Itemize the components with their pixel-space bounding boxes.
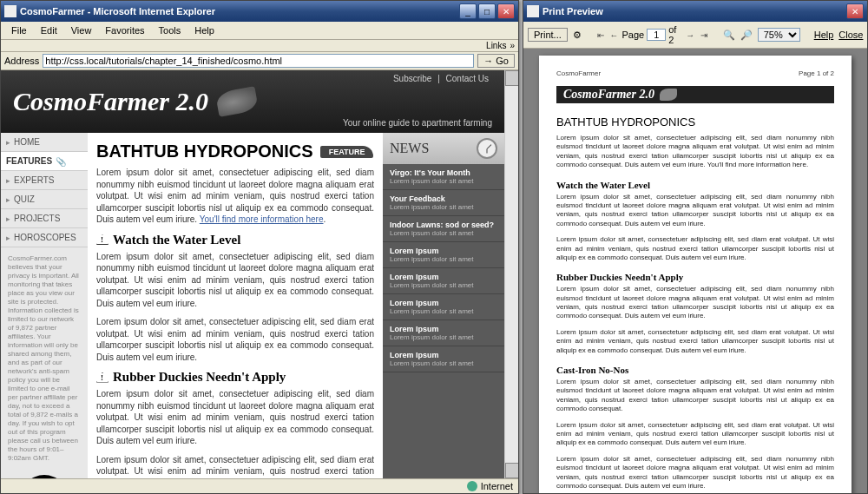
news-item[interactable]: Lorem IpsumLorem ipsum dolor sit amet [383,294,504,320]
article: BATHTUB HYDROPONICS FEATURE Lorem ipsum … [88,133,383,478]
menu-file[interactable]: File [4,23,34,37]
print-heading: Cast-Iron No-Nos [556,365,834,375]
print-para: Lorem ipsum dolor sit amet, consectetuer… [556,378,834,414]
preview-title: Print Preview [542,6,846,16]
address-label: Address [4,56,39,66]
links-bar: Links» [1,40,518,52]
settings-icon[interactable]: ⚙ [573,30,582,41]
window-title: CosmoFarmer - Microsoft Internet Explore… [20,6,459,16]
article-title: BATHTUB HYDROPONICS [96,142,313,161]
status-zone: Internet [481,481,513,491]
news-item[interactable]: Lorem IpsumLorem ipsum dolor sit amet [383,268,504,294]
globe-icon [467,481,477,491]
page-header-left: CosmoFarmer [556,69,601,77]
preview-toolbar: Print... ⚙ ⇤ ← Page of 2 → ⇥ 🔍 🔎 75% Hel… [523,22,867,49]
last-page-button[interactable]: ⇥ [698,29,708,41]
preview-icon [527,5,539,17]
preview-titlebar[interactable]: Print Preview ✕ [523,1,867,22]
paperclip-icon: 📎 [56,157,64,166]
leaf-icon [215,86,259,117]
page-of: of 2 [668,24,682,45]
print-title: BATHTUB HYDROPONICS [556,115,834,128]
menu-view[interactable]: View [64,23,99,37]
nav-horoscopes[interactable]: ▸HOROSCOPES [1,228,88,247]
print-para: Lorem ipsum dolor sit amet, consectetuer… [556,193,834,229]
preview-canvas: CosmoFarmer Page 1 of 2 CosmoFarmer 2.0 … [523,49,867,493]
privacy-text: CosmoFarmer.com believes that your priva… [1,247,88,470]
print-logo: CosmoFarmer 2.0 [556,86,834,103]
leaf-icon [660,89,677,101]
site-tagline: Your online guide to apartment farming [1,116,504,133]
minimize-button[interactable]: _ [459,3,477,19]
news-item[interactable]: Lorem IpsumLorem ipsum dolor sit amet [383,346,504,372]
news-item[interactable]: Indoor Lawns: sod or seed?Lorem ipsum do… [383,216,504,242]
menu-favorites[interactable]: Favorites [98,23,151,37]
status-left [6,481,467,491]
print-heading: Watch the Water Level [556,180,834,190]
link-contact[interactable]: Contact Us [443,74,492,83]
preview-page: CosmoFarmer Page 1 of 2 CosmoFarmer 2.0 … [539,56,852,493]
news-header: NEWS [383,133,504,164]
print-button[interactable]: Print... [528,28,568,42]
section-para: Lorem ipsum dolor sit amet, consectetuer… [96,316,374,363]
prev-page-button[interactable]: ← [608,29,619,41]
print-heading: Rubber Duckies Needn't Apply [556,272,834,282]
print-para: Lorem ipsum dolor sit amet, consectetuer… [556,328,834,355]
sidebar: ▸HOME FEATURES📎 ▸EXPERTS ▸QUIZ ▸PROJECTS… [1,133,88,478]
news-item[interactable]: Your FeedbackLorem ipsum dolor sit amet [383,190,504,216]
article-intro: Lorem ipsum dolor sit amet, consectetuer… [96,167,374,226]
site-logo[interactable]: CosmoFarmer 2.0 [1,87,504,116]
close-button-text[interactable]: Close [838,30,863,40]
print-para: Lorem ipsum dolor sit amet, consectetuer… [556,134,834,170]
preview-close-button[interactable]: ✕ [846,3,864,19]
go-button[interactable]: → Go [477,54,515,68]
page-input[interactable] [647,29,666,41]
link-subscribe[interactable]: Subscribe [390,74,435,83]
news-item[interactable]: Lorem IpsumLorem ipsum dolor sit amet [383,320,504,346]
site-header: Subscribe | Contact Us CosmoFarmer 2.0 Y… [1,70,504,133]
section-heading-1: Watch the Water Level [96,233,374,247]
help-button[interactable]: Help [814,30,834,40]
browser-titlebar[interactable]: CosmoFarmer - Microsoft Internet Explore… [1,1,518,22]
browser-viewport: Subscribe | Contact Us CosmoFarmer 2.0 Y… [1,70,518,478]
page-label: Page [621,30,644,40]
feature-badge: FEATURE [320,146,374,158]
section-heading-2: Rubber Duckies Needn't Apply [96,370,374,385]
address-bar: Address → Go [1,52,518,70]
print-para: Lorem ipsum dolor sit amet, consectetuer… [556,235,834,262]
exclusive-promo[interactable]: N!E Subscribe to the National Exasperato… [14,475,75,478]
vertical-scrollbar[interactable] [504,70,518,478]
print-para: Lorem ipsum dolor sit amet, consectetuer… [556,455,834,491]
news-item[interactable]: Lorem IpsumLorem ipsum dolor sit amet [383,242,504,268]
section-para: Lorem ipsum dolor sit amet, consectetuer… [96,454,374,479]
print-para: Lorem ipsum dolor sit amet, consectetuer… [556,285,834,321]
maximize-button[interactable]: □ [478,3,496,19]
next-page-button[interactable]: → [685,29,695,41]
more-info-link[interactable]: You'll find more information here [200,214,324,224]
nav-home[interactable]: ▸HOME [1,133,88,152]
browser-window: CosmoFarmer - Microsoft Internet Explore… [0,0,519,494]
print-preview-window: Print Preview ✕ Print... ⚙ ⇤ ← Page of 2… [523,0,868,494]
nav-quiz[interactable]: ▸QUIZ [1,190,88,209]
zoom-in-icon[interactable]: 🔎 [740,30,753,41]
ie-icon [4,5,16,17]
section-para: Lorem ipsum dolor sit amet, consectetuer… [96,251,374,310]
nav-features[interactable]: FEATURES📎 [1,152,88,171]
warning-icon [96,234,108,245]
menubar: File Edit View Favorites Tools Help [1,22,518,40]
address-input[interactable] [43,54,474,68]
close-button[interactable]: ✕ [497,3,515,19]
first-page-button[interactable]: ⇤ [595,29,606,41]
zoom-select[interactable]: 75% [758,28,800,42]
menu-edit[interactable]: Edit [34,23,64,37]
nav-projects[interactable]: ▸PROJECTS [1,209,88,228]
nav-experts[interactable]: ▸EXPERTS [1,171,88,190]
exclusive-badge-icon: N!E [20,475,69,478]
browser-statusbar: Internet [1,478,518,493]
section-para: Lorem ipsum dolor sit amet, consectetuer… [96,388,374,447]
menu-tools[interactable]: Tools [152,23,188,37]
news-item[interactable]: Virgo: It's Your MonthLorem ipsum dolor … [383,164,504,190]
zoom-out-icon[interactable]: 🔍 [723,30,735,41]
menu-help[interactable]: Help [187,23,221,37]
links-label[interactable]: Links [486,41,506,50]
